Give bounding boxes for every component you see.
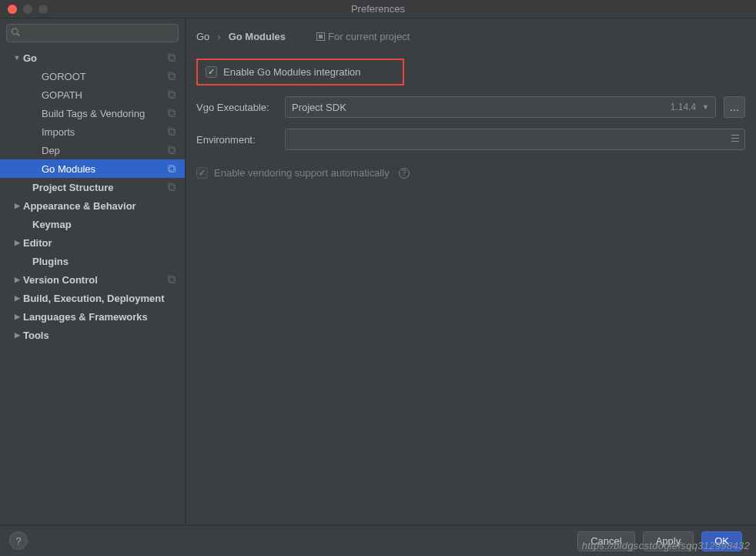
help-button[interactable]: ? [9, 531, 28, 550]
tree-item-label: Appearance & Behavior [23, 200, 136, 212]
copy-icon [167, 72, 177, 82]
tree-item-label: Dep [42, 145, 60, 156]
vgo-select[interactable]: Project SDK 1.14.4 ▼ [285, 96, 716, 118]
svg-rect-8 [169, 111, 175, 116]
window-title: Preferences [0, 3, 756, 15]
ok-button[interactable]: OK [701, 531, 742, 551]
search-wrap [0, 18, 185, 47]
vgo-version: 1.14.4 [671, 102, 696, 112]
copy-icon [167, 183, 177, 193]
copy-icon [167, 127, 177, 137]
tree-item-tools[interactable]: ▶Tools [0, 326, 185, 344]
tree-item-label: Imports [42, 126, 75, 138]
main-area: ▼GoGOROOTGOPATHBuild Tags & VendoringImp… [0, 18, 756, 525]
env-input[interactable] [285, 129, 745, 150]
expand-arrow-icon: ▶ [12, 294, 22, 302]
vgo-browse-button[interactable]: … [724, 96, 745, 118]
svg-rect-18 [169, 277, 175, 283]
help-icon[interactable]: ? [399, 168, 410, 179]
tree-item-build-execution-deployment[interactable]: ▶Build, Execution, Deployment [0, 289, 185, 307]
enable-modules-highlight: Enable Go Modules integration [196, 59, 404, 85]
cancel-button[interactable]: Cancel [577, 531, 634, 551]
copy-icon [167, 164, 177, 174]
svg-rect-3 [169, 54, 174, 59]
tree-item-label: Plugins [32, 256, 69, 267]
svg-rect-6 [169, 92, 175, 98]
expand-arrow-icon: ▶ [12, 202, 22, 209]
content-panel: Go › Go Modules For current project Enab… [186, 18, 756, 525]
svg-rect-11 [169, 128, 174, 133]
tree-item-label: Go [23, 52, 37, 64]
breadcrumb: Go › Go Modules For current project [196, 26, 745, 46]
tree-item-label: Languages & Frameworks [23, 311, 148, 323]
tree-item-goroot[interactable]: GOROOT [0, 67, 185, 85]
search-input[interactable] [6, 24, 179, 42]
tree-item-editor[interactable]: ▶Editor [0, 233, 185, 252]
tree-item-label: GOPATH [42, 89, 82, 101]
tree-item-label: Project Structure [32, 182, 113, 193]
titlebar: Preferences [0, 0, 756, 18]
tree-item-label: Version Control [23, 274, 98, 286]
tree-item-label: Editor [23, 237, 52, 249]
tree-item-appearance-behavior[interactable]: ▶Appearance & Behavior [0, 196, 185, 215]
svg-rect-10 [169, 129, 175, 135]
tree-item-project-structure[interactable]: Project Structure [0, 178, 185, 196]
tree-item-go[interactable]: ▼Go [0, 49, 185, 67]
breadcrumb-root[interactable]: Go [196, 31, 209, 42]
list-icon[interactable] [731, 134, 740, 146]
svg-rect-9 [169, 109, 174, 115]
for-current-project-label: For current project [328, 31, 410, 42]
breadcrumb-leaf: Go Modules [229, 31, 286, 42]
tree-item-plugins[interactable]: Plugins [0, 252, 185, 270]
copy-icon [167, 146, 177, 156]
tree-item-keymap[interactable]: Keymap [0, 215, 185, 233]
svg-rect-19 [169, 276, 174, 281]
tree-item-label: Keymap [32, 219, 72, 230]
tree-item-languages-frameworks[interactable]: ▶Languages & Frameworks [0, 307, 185, 326]
tree-item-label: Build, Execution, Deployment [23, 293, 164, 304]
breadcrumb-sep: › [217, 31, 220, 42]
tree-item-imports[interactable]: Imports [0, 122, 185, 141]
svg-rect-7 [169, 91, 174, 96]
expand-arrow-icon: ▶ [12, 313, 22, 320]
settings-tree: ▼GoGOROOTGOPATHBuild Tags & VendoringImp… [0, 47, 185, 525]
svg-rect-5 [169, 72, 174, 78]
copy-icon [167, 53, 177, 63]
enable-modules-label[interactable]: Enable Go Modules integration [223, 66, 361, 78]
env-label: Environment: [196, 134, 277, 146]
vgo-value: Project SDK [292, 102, 346, 113]
svg-rect-4 [169, 74, 175, 79]
tree-item-version-control[interactable]: ▶Version Control [0, 270, 185, 289]
tree-item-label: Tools [23, 330, 49, 341]
tree-item-dep[interactable]: Dep [0, 141, 185, 159]
vendoring-label: Enable vendoring support automatically [214, 167, 390, 179]
expand-arrow-icon: ▼ [12, 54, 22, 62]
vendoring-checkbox [196, 167, 208, 179]
copy-icon [167, 275, 177, 285]
dialog-footer: ? Cancel Apply OK [0, 525, 756, 556]
env-row: Environment: [196, 129, 745, 150]
svg-rect-13 [169, 146, 174, 152]
svg-rect-2 [169, 55, 175, 61]
svg-rect-15 [169, 165, 174, 170]
copy-icon [167, 90, 177, 100]
tree-item-label: Go Modules [42, 163, 95, 175]
chevron-down-icon: ▼ [702, 103, 709, 111]
expand-arrow-icon: ▶ [12, 239, 22, 246]
vgo-label: Vgo Executable: [196, 102, 277, 113]
tree-item-build-tags-vendoring[interactable]: Build Tags & Vendoring [0, 104, 185, 122]
svg-rect-17 [169, 183, 174, 189]
enable-modules-checkbox[interactable] [206, 66, 217, 78]
svg-rect-16 [169, 185, 175, 190]
tree-item-label: GOROOT [42, 71, 86, 82]
for-current-project: For current project [316, 31, 410, 42]
tree-item-label: Build Tags & Vendoring [42, 108, 145, 119]
tree-item-go-modules[interactable]: Go Modules [0, 159, 185, 178]
apply-button[interactable]: Apply [643, 531, 694, 551]
svg-rect-14 [169, 166, 175, 172]
sidebar: ▼GoGOROOTGOPATHBuild Tags & VendoringImp… [0, 18, 186, 525]
tree-item-gopath[interactable]: GOPATH [0, 85, 185, 104]
svg-rect-12 [169, 148, 175, 153]
vgo-row: Vgo Executable: Project SDK 1.14.4 ▼ … [196, 96, 745, 118]
vendoring-row: Enable vendoring support automatically ? [196, 167, 745, 179]
